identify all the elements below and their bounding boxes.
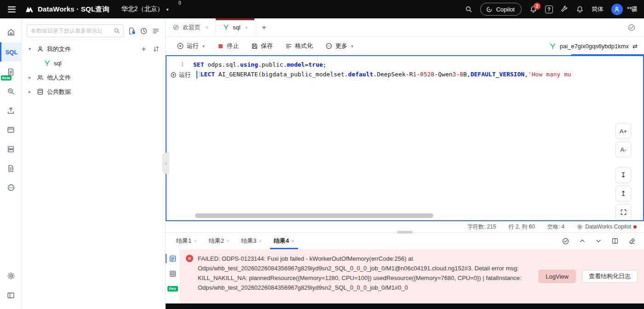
new-tab-button[interactable]: + <box>255 18 273 36</box>
close-icon[interactable]: × <box>259 238 262 244</box>
resource-name: pai_e7gix0gqs6ybdp1kmx <box>560 43 629 50</box>
result-tab-2[interactable]: 结果2 × <box>203 233 236 249</box>
format-button[interactable]: 格式化 <box>285 42 313 50</box>
cursor-position[interactable]: 行 2, 列 60 <box>508 223 535 231</box>
tab-welcome[interactable]: 欢迎页 × <box>166 18 216 36</box>
swap-icon[interactable]: ⇄ <box>632 43 638 50</box>
chevron-right-icon: ▸ <box>29 74 34 80</box>
collapse-panel-icon[interactable] <box>0 286 22 304</box>
resource-server-icon[interactable] <box>0 140 22 158</box>
result-tab-4[interactable]: 结果4 × <box>268 233 300 249</box>
tree-node-my-files[interactable]: ▾ 我的文件 + <box>22 42 165 56</box>
tree-node-others-files[interactable]: ▸ 他人文件 <box>22 70 165 85</box>
clear-eraser-icon[interactable] <box>628 237 636 245</box>
sidebar-item-sql[interactable]: SQL <box>0 42 22 62</box>
doc-lock-icon[interactable] <box>128 27 136 35</box>
result-tab-1[interactable]: 结果1 × <box>170 233 203 249</box>
tools-wrench-icon[interactable] <box>561 6 568 13</box>
stop-button[interactable]: 停止 <box>217 42 239 50</box>
code-token: using <box>240 60 258 69</box>
more-ellipsis-icon[interactable] <box>0 178 22 197</box>
result-tab-3[interactable]: 结果3 × <box>235 233 268 249</box>
code-token: = <box>305 60 309 69</box>
menu-icon[interactable] <box>6 6 17 12</box>
close-icon[interactable]: × <box>291 238 294 244</box>
error-message: FAILED: ODPS-0123144: Fuxi job failed - … <box>198 254 522 299</box>
download-icon[interactable]: ↧ <box>615 167 631 183</box>
copilot-button[interactable]: Copilot <box>480 3 521 16</box>
settings-gear-icon[interactable] <box>0 267 22 285</box>
code-token: , <box>524 69 528 79</box>
result-list-view-icon[interactable] <box>167 253 178 263</box>
code-token: 0528 <box>420 69 434 79</box>
font-decrease-button[interactable]: A- <box>615 142 631 157</box>
save-button[interactable]: 保存 <box>251 42 273 50</box>
code-line-2: SELECT AI_GENERATE(bigdata_public_models… <box>167 69 643 79</box>
arrow-down-glyph: ↧ <box>621 171 627 179</box>
upload-icon[interactable]: ↥ <box>615 186 631 201</box>
history-clock-icon[interactable] <box>140 27 148 35</box>
check-circle-icon[interactable] <box>562 237 569 245</box>
more-button[interactable]: 更多 ▾ <box>325 42 353 50</box>
tab-sql[interactable]: sql ● <box>216 18 255 36</box>
chevron-up-icon[interactable] <box>579 238 586 244</box>
split-columns-icon[interactable] <box>611 237 619 245</box>
copilot-status[interactable]: DataWorks Copilot <box>577 223 637 230</box>
space-setting[interactable]: 空格: 4 <box>547 223 564 231</box>
panel-collapse-handle[interactable]: ‹ <box>162 153 169 174</box>
tab-label: 结果3 <box>241 237 256 245</box>
help-icon[interactable]: ? <box>545 6 553 13</box>
close-icon[interactable]: × <box>226 238 229 244</box>
tree-node-sql-file[interactable]: sql <box>22 56 165 70</box>
editor-tabbar: 欢迎页 × sql ● + <box>166 18 644 37</box>
chevron-down-icon[interactable] <box>595 238 602 244</box>
pro-feature-badge[interactable]: Pro <box>167 284 178 294</box>
avatar[interactable] <box>611 4 623 15</box>
code-token: model <box>287 60 305 69</box>
announcement-icon[interactable]: 3 <box>529 6 537 13</box>
explorer-search-box[interactable] <box>27 24 124 37</box>
data-search-icon[interactable] <box>0 82 22 100</box>
region-selector[interactable]: 华北2（北京） ▾ <box>121 5 169 13</box>
notebook-icon[interactable]: Beta <box>0 63 22 81</box>
resize-handle[interactable] <box>397 231 413 234</box>
document-icon[interactable] <box>0 159 22 177</box>
run-button[interactable]: 运行 ▾ <box>177 42 205 50</box>
upload-icon[interactable] <box>0 101 22 120</box>
tree-node-public-data[interactable]: ▸ 公共数据 <box>22 85 165 99</box>
fullscreen-icon[interactable] <box>615 204 631 220</box>
close-icon[interactable]: × <box>205 24 208 31</box>
run-label: 运行 <box>187 42 199 50</box>
error-icon: × <box>186 255 193 262</box>
horizontal-scrollbar[interactable] <box>195 213 433 218</box>
sort-icon[interactable] <box>153 46 160 52</box>
code-lines: 1 SET odps.sql.using.public.model=true; … <box>167 56 643 79</box>
chevron-down-icon: ▾ <box>166 7 168 12</box>
search-input[interactable] <box>31 28 112 34</box>
error-panel: × FAILED: ODPS-0123144: Fuxi job failed … <box>179 249 644 303</box>
icon-rail: SQL Beta <box>0 18 22 309</box>
structured-log-button[interactable]: 查看结构化日志 <box>582 270 638 283</box>
logview-button[interactable]: LogView <box>539 270 575 283</box>
list-settings-icon[interactable] <box>152 27 160 35</box>
result-table-view-icon[interactable] <box>167 269 178 279</box>
code-token: public <box>262 60 283 69</box>
sql-branch-icon <box>44 60 51 67</box>
error-line: Odps/whb_test_20260226084356967g829iyd9s… <box>198 283 522 292</box>
task-check-icon[interactable] <box>627 23 636 32</box>
results-actions <box>562 237 644 245</box>
resource-selector[interactable]: pai_e7gix0gqs6ybdp1kmx ⇄ <box>549 43 644 50</box>
code-editor[interactable]: 1 SET odps.sql.using.public.model=true; … <box>166 55 644 221</box>
text-cursor <box>196 71 197 79</box>
bell-icon[interactable] <box>576 6 584 13</box>
language-selector[interactable]: 简体 <box>592 5 604 13</box>
home-icon[interactable] <box>0 23 22 41</box>
font-increase-button[interactable]: A+ <box>615 123 631 139</box>
search-icon[interactable] <box>465 6 472 13</box>
workbench-icon[interactable] <box>0 120 22 139</box>
error-line: Odps/whb_test_20260226084356967g829iyd9s… <box>198 263 522 273</box>
inline-run-button[interactable]: 运行 <box>168 70 200 80</box>
tab-label: 欢迎页 <box>183 23 201 32</box>
add-file-icon[interactable]: + <box>142 45 146 53</box>
close-icon[interactable]: × <box>194 238 196 244</box>
